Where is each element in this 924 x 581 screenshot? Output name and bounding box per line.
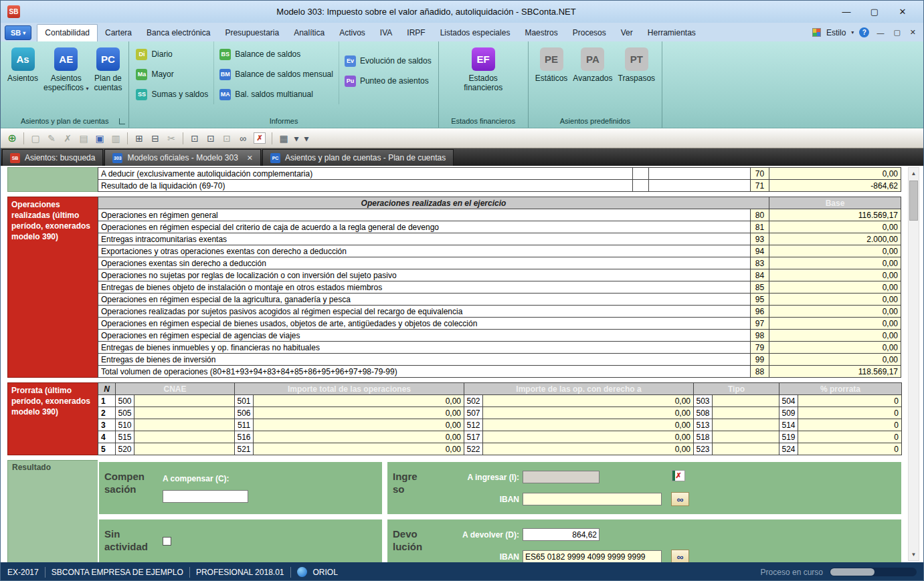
cnae-input[interactable] — [134, 419, 235, 431]
new-record-icon[interactable]: ▢ — [28, 131, 43, 146]
scrollbar-thumb[interactable] — [909, 181, 918, 221]
export-excel-icon[interactable]: ✗ — [254, 132, 266, 144]
box-value[interactable]: 0,00 — [769, 294, 901, 306]
window-close-button[interactable]: ✕ — [889, 7, 917, 17]
box-value[interactable]: 118.569,17 — [769, 366, 901, 378]
sin-actividad-checkbox[interactable] — [163, 537, 171, 546]
a-devolver-input[interactable] — [523, 528, 599, 541]
window-minimize-button[interactable]: — — [832, 7, 860, 17]
edit-record-icon[interactable]: ✎ — [44, 131, 59, 146]
mdi-restore-button[interactable]: ▢ — [891, 28, 902, 37]
vertical-scrollbar[interactable]: ▲ ▼ — [908, 167, 919, 561]
search-binoculars-icon[interactable]: ∞ — [671, 492, 689, 506]
box-value[interactable]: 0,00 — [769, 330, 901, 342]
importe-derecho-input[interactable]: 0,00 — [483, 419, 694, 431]
doc-tab-asientos-busqueda[interactable]: SB Asientos: busqueda — [2, 149, 103, 166]
box-value[interactable]: 0,00 — [769, 342, 901, 354]
menu-tab-analitica[interactable]: Analítica — [286, 25, 332, 41]
ribbon-button-punteo-de-asientos[interactable]: Pu Punteo de asientos — [339, 71, 437, 91]
box-value[interactable]: -864,62 — [769, 180, 901, 192]
importe-derecho-input[interactable]: 0,00 — [483, 443, 694, 455]
print-preview-icon[interactable]: ⊡ — [219, 131, 234, 146]
menu-tab-cartera[interactable]: Cartera — [98, 25, 139, 41]
box-value[interactable]: 0,00 — [769, 306, 901, 318]
box-value[interactable]: 116.569,17 — [769, 209, 901, 221]
ribbon-button-plan-de-cuentas[interactable]: PC Plan de cuentas — [91, 44, 124, 92]
iban-input[interactable] — [523, 493, 662, 505]
a-ingresar-input[interactable] — [523, 471, 599, 483]
ribbon-button-mayor[interactable]: Ma Mayor — [130, 64, 213, 84]
cut-icon[interactable]: ✂ — [164, 131, 179, 146]
search-binoculars-icon[interactable]: ∞ — [236, 131, 250, 146]
ribbon-button-balance-mensual[interactable]: BM Balance de saldos mensual — [214, 64, 339, 84]
prorrata-input[interactable]: 0 — [798, 407, 902, 419]
importe-derecho-input[interactable]: 0,00 — [483, 395, 694, 407]
document-icon[interactable]: ▥ — [108, 131, 123, 146]
ribbon-button-evolucion-de-saldos[interactable]: Ev Evolución de saldos — [339, 51, 437, 71]
mdi-close-button[interactable]: ✕ — [908, 28, 918, 37]
mdi-minimize-button[interactable]: — — [874, 29, 886, 37]
tipo-input[interactable] — [713, 431, 779, 443]
importe-total-input[interactable]: 0,00 — [254, 419, 464, 431]
importe-derecho-input[interactable]: 0,00 — [483, 407, 694, 419]
cnae-input[interactable] — [134, 395, 235, 407]
style-button[interactable]: Estilo — [826, 28, 846, 37]
ribbon-button-traspasos[interactable]: PT Traspasos — [616, 44, 658, 83]
menu-tab-listados-especiales[interactable]: Listados especiales — [433, 25, 518, 41]
ribbon-button-asientos-especificos[interactable]: AE Asientos específicos ▾ — [41, 44, 91, 94]
box-value[interactable]: 0,00 — [769, 281, 901, 294]
cnae-input[interactable] — [134, 431, 235, 443]
app-menu-button[interactable]: SB ▾ — [5, 25, 31, 40]
box-value[interactable]: 0,00 — [769, 318, 901, 330]
ribbon-button-estados-financieros[interactable]: EF Estados financieros — [461, 44, 505, 92]
doc-tab-plan-de-cuentas[interactable]: PC Asientos y plan de cuentas - Plan de … — [262, 149, 454, 166]
add-icon[interactable]: ⊕ — [5, 131, 19, 146]
menu-tab-banca-electronica[interactable]: Banca electrónica — [139, 25, 217, 41]
ribbon-button-asientos[interactable]: As Asientos — [5, 44, 41, 83]
prorrata-input[interactable]: 0 — [798, 419, 902, 431]
menu-tab-activos[interactable]: Activos — [332, 25, 373, 41]
scroll-up-icon[interactable]: ▲ — [909, 168, 919, 179]
copy-icon[interactable]: ⊞ — [132, 131, 147, 146]
a-compensar-input[interactable] — [163, 490, 248, 503]
close-icon[interactable]: ✕ — [247, 154, 253, 162]
menu-tab-contabilidad[interactable]: Contabilidad — [37, 24, 98, 41]
box-value[interactable]: 0,00 — [769, 221, 901, 233]
excel-icon[interactable]: ✗ — [672, 470, 685, 481]
print-icon[interactable]: ⊡ — [187, 131, 202, 146]
box-value[interactable]: 0,00 — [769, 269, 901, 281]
menu-tab-irpf[interactable]: IRPF — [399, 25, 432, 41]
tipo-input[interactable] — [713, 443, 779, 455]
importe-total-input[interactable]: 0,00 — [254, 431, 464, 443]
delete-record-icon[interactable]: ✗ — [60, 131, 75, 146]
importe-derecho-input[interactable]: 0,00 — [483, 431, 694, 443]
ribbon-button-estaticos[interactable]: PE Estáticos — [533, 44, 571, 83]
ribbon-button-sumas-y-saldos[interactable]: SS Sumas y saldos — [130, 84, 213, 104]
tipo-input[interactable] — [713, 407, 779, 419]
cnae-input[interactable] — [134, 407, 235, 419]
box-value[interactable]: 0,00 — [769, 168, 901, 180]
tipo-input[interactable] — [713, 419, 779, 431]
menu-tab-presupuestaria[interactable]: Presupuestaria — [217, 25, 286, 41]
window-maximize-button[interactable]: ▢ — [860, 7, 889, 17]
dialog-launcher-icon[interactable] — [119, 118, 125, 124]
help-icon[interactable]: ? — [859, 27, 869, 37]
box-value[interactable]: 0,00 — [769, 354, 901, 366]
prorrata-input[interactable]: 0 — [798, 395, 902, 407]
importe-total-input[interactable]: 0,00 — [254, 395, 464, 407]
iban-input[interactable] — [523, 550, 662, 562]
layout-grid-icon[interactable]: ▦ — [276, 131, 291, 146]
menu-tab-herramientas[interactable]: Herramientas — [640, 25, 703, 41]
menu-tab-maestros[interactable]: Maestros — [517, 25, 565, 41]
ribbon-button-balance-de-saldos[interactable]: BS Balance de saldos — [214, 44, 339, 64]
chevron-down-icon[interactable]: ▾ — [851, 29, 854, 35]
prorrata-input[interactable]: 0 — [798, 443, 902, 455]
card-view-icon[interactable]: ▤ — [76, 131, 91, 146]
box-value[interactable]: 0,00 — [769, 257, 901, 269]
ribbon-button-avanzados[interactable]: PA Avanzados — [570, 44, 615, 83]
box-value[interactable]: 2.000,00 — [769, 233, 901, 245]
importe-total-input[interactable]: 0,00 — [254, 443, 464, 455]
grid-dropdown-icon[interactable]: ▾ — [292, 131, 300, 146]
save-icon[interactable]: ▣ — [92, 131, 107, 146]
doc-tab-modelo-303[interactable]: 303 Modelos oficiales - Modelo 303 ✕ — [104, 149, 261, 166]
